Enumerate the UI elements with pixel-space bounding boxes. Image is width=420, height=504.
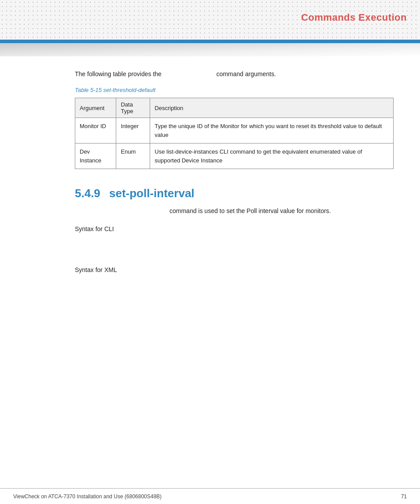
footer: ViewCheck on ATCA-7370 Installation and …: [0, 488, 420, 504]
header-title-area: Commands Execution: [270, 0, 420, 35]
section-number: 5.4.9: [75, 187, 101, 200]
col-header-datatype: Data Type: [116, 98, 150, 118]
footer-right: 71: [401, 493, 407, 500]
intro-text-after: command arguments.: [216, 70, 276, 77]
row1-argument: Monitor ID: [75, 118, 116, 143]
table-caption: Table 5-15 set-threshold-default: [75, 87, 394, 93]
section-body: command is used to set the Poll interval…: [75, 206, 394, 275]
arguments-table: Argument Data Type Description Monitor I…: [75, 98, 394, 169]
section-title: set-poll-interval: [109, 187, 195, 200]
col-header-argument: Argument: [75, 98, 116, 118]
intro-paragraph: The following table provides the command…: [75, 70, 394, 79]
blue-bar: [0, 40, 420, 43]
section-description: command is used to set the Poll interval…: [75, 206, 394, 216]
row2-argument: Dev Instance: [75, 143, 116, 169]
main-content: The following table provides the command…: [0, 56, 420, 319]
row1-datatype: Integer: [116, 118, 150, 143]
syntax-xml-label: Syntax for XML: [75, 265, 394, 275]
syntax-cli-label: Syntax for CLI: [75, 224, 394, 234]
section-heading: 5.4.9 set-poll-interval: [75, 187, 394, 200]
table-row: Dev Instance Enum Use list-device-instan…: [75, 143, 394, 169]
col-header-description: Description: [150, 98, 394, 118]
row1-description: Type the unique ID of the Monitor for wh…: [150, 118, 394, 143]
header: Commands Execution: [0, 0, 420, 40]
gray-bar: [0, 43, 420, 56]
row2-description: Use list-device-instances CLI command to…: [150, 143, 394, 169]
table-row: Monitor ID Integer Type the unique ID of…: [75, 118, 394, 143]
page-title: Commands Execution: [301, 12, 407, 23]
footer-left: ViewCheck on ATCA-7370 Installation and …: [13, 493, 162, 500]
intro-text-before: The following table provides the: [75, 70, 162, 77]
row2-datatype: Enum: [116, 143, 150, 169]
